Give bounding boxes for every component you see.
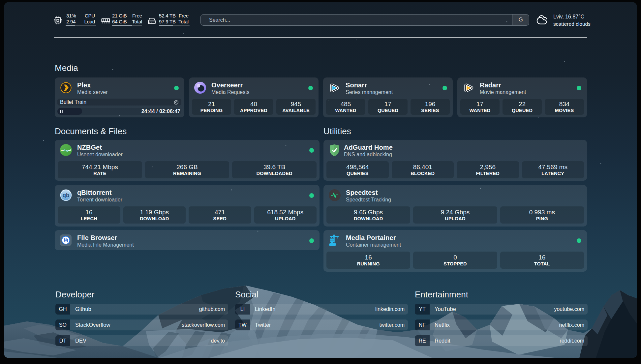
svg-text:nzbget: nzbget (61, 148, 71, 152)
svg-text:qb: qb (63, 192, 70, 198)
